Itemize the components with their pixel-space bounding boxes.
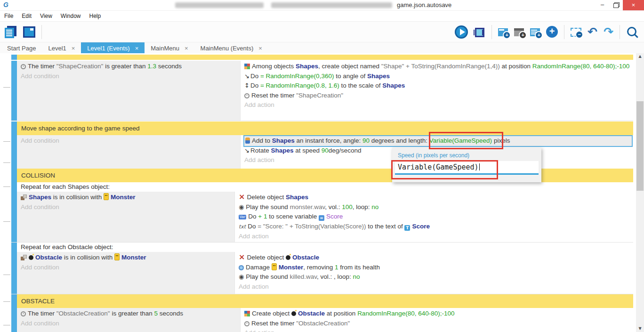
undo-icon[interactable]: ↶	[588, 26, 597, 38]
tab-level1[interactable]: Level1×	[42, 42, 81, 54]
monster-icon	[104, 193, 109, 200]
event-selection-bar[interactable]	[11, 169, 17, 182]
tree-connector	[3, 186, 10, 187]
event-selection-bar[interactable]	[11, 55, 17, 60]
redo-icon[interactable]: ↷	[604, 26, 613, 38]
action-line[interactable]: Reset the timer "ShapeCreation"	[244, 91, 633, 101]
event-row[interactable]: Repeat for each Shapes object: Shapes is…	[11, 182, 633, 242]
action-line[interactable]: Create object Obstacle at position Rando…	[244, 309, 633, 319]
actions-column: ×Delete object Obstacle Damage Monster, …	[234, 252, 633, 294]
add-condition-button[interactable]: Add condition	[21, 263, 234, 273]
add-event-icon[interactable]	[498, 28, 508, 36]
event-selection-bar[interactable]	[11, 182, 17, 242]
menu-help[interactable]: Help	[85, 13, 105, 19]
toolbar-separator	[564, 25, 564, 39]
actions-column: Create object Obstacle at position Rando…	[240, 308, 633, 332]
repeat-event-header[interactable]: Repeat for each Shapes object:	[17, 182, 633, 192]
tab-label: MainMenu (Events)	[201, 45, 254, 52]
action-line[interactable]: ↘Do = RandomInRange(0,360) to angle of S…	[244, 72, 633, 81]
scene-editor-icon[interactable]	[23, 26, 35, 38]
add-action-button[interactable]: Add action	[239, 232, 633, 242]
close-button[interactable]: ×	[623, 0, 644, 10]
add-action-button[interactable]: Add action	[244, 328, 633, 332]
action-line[interactable]: ×Delete object Shapes	[239, 193, 633, 202]
tree-connector	[3, 87, 10, 88]
condition-line[interactable]: The timer "ObstacleCreation" is greater …	[21, 309, 240, 319]
add-comment-icon[interactable]	[530, 28, 540, 36]
condition-line[interactable]: Obstacle is in collision with Monster	[21, 253, 234, 263]
var-icon: Var	[239, 215, 246, 219]
scroll-up-icon[interactable]: ▲	[636, 53, 644, 60]
condition-line[interactable]: The timer "ShapeCreation" is greater tha…	[21, 62, 240, 72]
scroll-down-icon[interactable]: ▼	[636, 325, 644, 332]
event-selection-bar[interactable]	[11, 121, 17, 135]
comment-row[interactable]: Move shape according to the game speed	[11, 121, 633, 135]
menu-view[interactable]: View	[36, 13, 56, 19]
action-line[interactable]: ×Delete object Obstacle	[239, 253, 633, 263]
tab-mainmenu[interactable]: MainMenu×	[145, 42, 194, 54]
action-line[interactable]: VarDo + 1 to scene variable ≡Score	[239, 212, 633, 222]
restore-icon	[613, 3, 619, 8]
action-line[interactable]: ◉Play the sound killed.wav, vol.: , loop…	[239, 272, 633, 282]
toolbar: ↶ ↷	[0, 22, 644, 42]
menu-bar: File Edit View Window Help	[0, 11, 644, 22]
project-manager-icon[interactable]	[5, 28, 14, 38]
collision-icon	[21, 255, 27, 260]
repeat-event-header[interactable]: Repeat for each Obstacle object:	[17, 243, 633, 252]
search-icon[interactable]	[627, 27, 636, 36]
scrollbar-thumb[interactable]	[636, 101, 644, 191]
timer-icon	[21, 64, 26, 69]
event-selection-bar[interactable]	[11, 243, 17, 294]
window-title: game.json.autosave	[397, 1, 451, 8]
redacted-title-text	[175, 2, 264, 8]
action-line[interactable]: Damage Monster, removing 1 from its heal…	[239, 263, 633, 273]
add-action-button[interactable]: Add action	[244, 100, 633, 110]
comment-row[interactable]: OBSTACLE	[11, 294, 633, 308]
tab-close-icon[interactable]: ×	[258, 45, 262, 52]
action-line[interactable]: ◉Play the sound monster.wav, vol.: 100, …	[239, 202, 633, 212]
tree-connector	[3, 221, 10, 222]
debug-icon[interactable]	[475, 28, 484, 37]
tab-start-page[interactable]: Start Page	[1, 42, 42, 54]
event-row[interactable]: Repeat for each Obstacle object: Obstacl…	[11, 243, 633, 294]
event-selection-bar[interactable]	[11, 61, 17, 121]
action-line[interactable]: Among objects Shapes, create object name…	[244, 62, 633, 72]
event-row[interactable]: The timer "ObstacleCreation" is greater …	[11, 308, 633, 332]
annotation-rectangle	[429, 132, 503, 149]
tab-mainmenu-events[interactable]: MainMenu (Events)×	[194, 42, 268, 54]
add-condition-button[interactable]: Add condition	[21, 136, 240, 146]
tree-connector	[3, 162, 10, 163]
vertical-scrollbar[interactable]: ▲ ▼	[636, 53, 644, 332]
conditions-column: The timer "ShapeCreation" is greater tha…	[17, 61, 240, 121]
tab-close-icon[interactable]: ×	[185, 45, 188, 52]
menu-edit[interactable]: Edit	[17, 13, 36, 19]
comment-text: Move shape according to the game speed	[17, 121, 633, 135]
rotate-icon: ↘	[244, 146, 250, 156]
add-condition-button[interactable]: Add condition	[21, 202, 234, 212]
add-circle-icon[interactable]	[546, 26, 558, 38]
event-selection-bar[interactable]	[11, 308, 17, 332]
add-condition-button[interactable]: Add condition	[21, 72, 240, 81]
tab-level1-events[interactable]: Level1 (Events)×	[81, 42, 145, 54]
event-row[interactable]: The timer "ShapeCreation" is greater tha…	[11, 61, 633, 121]
add-condition-button[interactable]: Add condition	[21, 319, 240, 329]
restore-button[interactable]	[609, 0, 623, 10]
event-selection-bar[interactable]	[11, 135, 17, 169]
condition-line[interactable]: Shapes is in collision with Monster	[21, 193, 234, 202]
add-action-button[interactable]: Add action	[239, 282, 633, 292]
minimize-button[interactable]: –	[596, 0, 609, 10]
add-subevent-icon[interactable]	[514, 28, 524, 36]
menu-file[interactable]: File	[0, 13, 17, 19]
comment-row[interactable]	[11, 55, 633, 60]
tab-close-icon[interactable]: ×	[135, 45, 139, 52]
menu-window[interactable]: Window	[56, 13, 85, 19]
delete-event-icon[interactable]	[571, 28, 581, 37]
action-line[interactable]: Reset the timer "ObstacleCreation"	[244, 319, 633, 329]
tab-close-icon[interactable]: ×	[72, 45, 75, 52]
action-line[interactable]: ↕Do = RandomInRange(0.8, 1.6) to the sca…	[244, 81, 633, 91]
bomb-icon	[291, 311, 296, 316]
run-icon[interactable]	[455, 25, 468, 39]
action-line[interactable]: txtDo = "Score: " + ToString(Variable(Sc…	[239, 222, 633, 232]
event-selection-bar[interactable]	[11, 294, 17, 308]
tab-label: MainMenu	[151, 45, 179, 52]
